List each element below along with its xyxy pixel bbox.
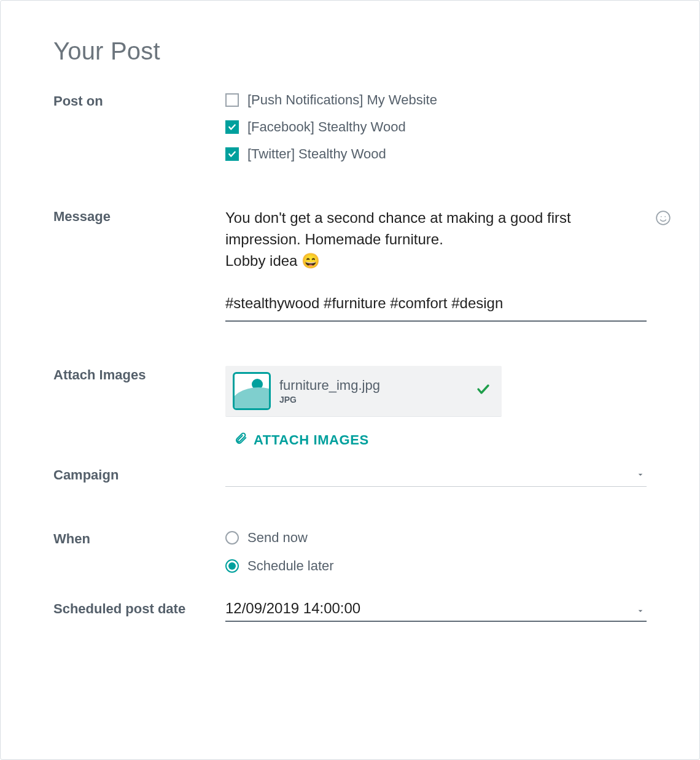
message-wrapper: You don't get a second chance at making … — [225, 207, 647, 322]
checkbox-icon — [225, 147, 239, 161]
post-on-options: [Push Notifications] My Website [Faceboo… — [225, 92, 647, 173]
radio-icon — [225, 559, 239, 573]
attach-wrapper: furniture_img.jpg JPG ATTACH IMAGES — [225, 366, 647, 449]
checkbox-twitter[interactable]: [Twitter] Stealthy Wood — [225, 146, 647, 162]
scheduled-date-value: 12/09/2019 14:00:00 — [225, 600, 360, 616]
checkbox-icon — [225, 120, 239, 134]
campaign-select[interactable] — [225, 466, 647, 487]
radio-send-now[interactable]: Send now — [225, 530, 647, 546]
message-text: You don't get a second chance at making … — [225, 207, 622, 314]
label-attach-images: Attach Images — [53, 366, 225, 383]
field-campaign: Campaign — [53, 466, 647, 487]
upload-success-icon — [476, 382, 491, 400]
post-form-panel: Your Post Post on [Push Notifications] M… — [0, 0, 700, 760]
checkbox-label: [Twitter] Stealthy Wood — [247, 146, 386, 162]
svg-point-2 — [664, 216, 666, 217]
page-title: Your Post — [53, 37, 647, 65]
field-message: Message You don't get a second chance at… — [53, 207, 647, 322]
attach-images-label: ATTACH IMAGES — [254, 432, 369, 448]
emoji-picker-button[interactable] — [655, 210, 671, 226]
label-when: When — [53, 530, 225, 547]
field-scheduled-date: Scheduled post date 12/09/2019 14:00:00 — [53, 600, 647, 622]
label-scheduled-date: Scheduled post date — [53, 600, 225, 617]
scheduled-wrapper: 12/09/2019 14:00:00 — [225, 600, 647, 622]
chevron-down-icon — [636, 602, 645, 619]
image-thumbnail-icon — [233, 372, 271, 410]
message-input[interactable]: You don't get a second chance at making … — [225, 207, 647, 322]
radio-label: Send now — [247, 530, 308, 546]
attachment-ext: JPG — [279, 395, 476, 405]
attach-images-button[interactable]: ATTACH IMAGES — [234, 432, 369, 449]
when-options: Send now Schedule later — [225, 530, 647, 586]
radio-icon — [225, 531, 239, 545]
svg-point-1 — [661, 216, 662, 217]
radio-schedule-later[interactable]: Schedule later — [225, 558, 647, 574]
label-post-on: Post on — [53, 92, 225, 109]
field-post-on: Post on [Push Notifications] My Website … — [53, 92, 647, 173]
campaign-wrapper — [225, 466, 647, 487]
label-campaign: Campaign — [53, 466, 225, 483]
checkbox-label: [Facebook] Stealthy Wood — [247, 119, 406, 135]
field-attach-images: Attach Images furniture_img.jpg JPG — [53, 366, 647, 449]
chevron-down-icon — [636, 470, 645, 483]
checkbox-icon — [225, 93, 239, 107]
attachment-filename: furniture_img.jpg — [279, 378, 476, 394]
label-message: Message — [53, 207, 225, 225]
scheduled-date-input[interactable]: 12/09/2019 14:00:00 — [225, 600, 647, 622]
checkbox-push-notifications[interactable]: [Push Notifications] My Website — [225, 92, 647, 108]
svg-point-0 — [656, 211, 670, 225]
checkbox-label: [Push Notifications] My Website — [247, 92, 437, 108]
attachment-item[interactable]: furniture_img.jpg JPG — [225, 366, 502, 417]
field-when: When Send now Schedule later — [53, 530, 647, 586]
checkbox-facebook[interactable]: [Facebook] Stealthy Wood — [225, 119, 647, 135]
attachment-meta: furniture_img.jpg JPG — [279, 378, 476, 405]
radio-label: Schedule later — [247, 558, 334, 574]
paperclip-icon — [234, 432, 247, 449]
